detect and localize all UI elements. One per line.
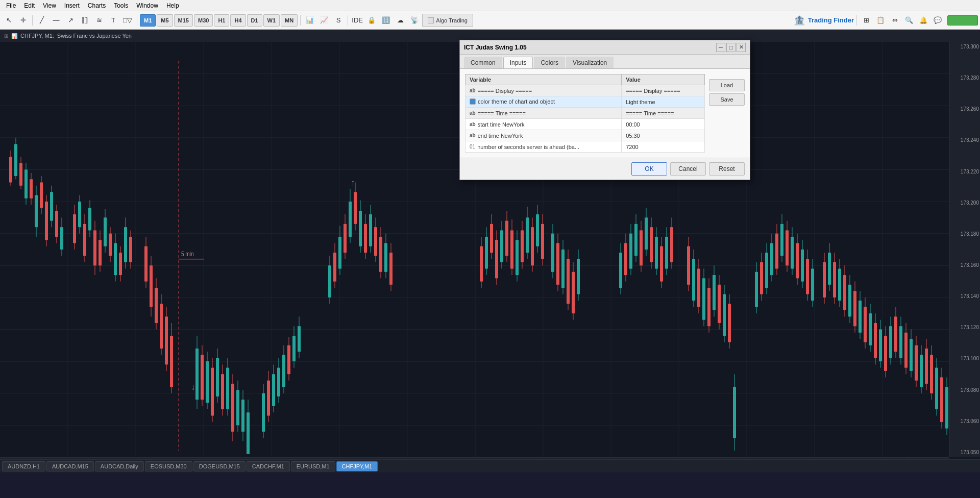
val-cell-3[interactable]: 00:00	[622, 119, 705, 130]
table-row[interactable]: ab end time NewYork 05:30	[465, 130, 705, 141]
val-cell-4[interactable]: 05:30	[622, 130, 705, 141]
tab-eosusd[interactable]: EOSUSD,M30	[145, 461, 192, 471]
tf-w1[interactable]: W1	[263, 14, 280, 27]
hline-tool[interactable]: —	[50, 14, 63, 27]
alert-btn[interactable]: 🔔	[917, 14, 930, 27]
ide-btn[interactable]: IDE	[351, 14, 364, 27]
var-cell-5: 01 number of seconds server is ahead (ba…	[465, 141, 622, 153]
price-label-9: 173.120	[951, 325, 979, 330]
chart-btn2[interactable]: 📋	[874, 14, 887, 27]
tab-cadchf[interactable]: CADCHF,M1	[247, 461, 290, 471]
grid-btn[interactable]: ⊞	[860, 14, 873, 27]
val-cell-1[interactable]: Light theme	[622, 96, 705, 108]
o1-icon: 01	[470, 144, 475, 150]
text-tool[interactable]: T	[107, 14, 120, 27]
val-cell-2: ===== Time =====	[622, 108, 705, 119]
val-cell-0: ===== Display =====	[622, 85, 705, 96]
algo-settings-btn[interactable]: S	[332, 14, 345, 27]
tf-m15[interactable]: M15	[174, 14, 193, 27]
svg-text:5 min: 5 min	[181, 250, 193, 257]
val-cell-5[interactable]: 7200	[622, 141, 705, 153]
save-button[interactable]: Save	[709, 93, 745, 106]
tf-mn[interactable]: MN	[281, 14, 298, 27]
price-label-10: 173.100	[951, 356, 979, 361]
ab-icon-2: ab	[470, 110, 476, 116]
price-label-3: 173.240	[951, 137, 979, 143]
tab-audcad-m15[interactable]: AUDCAD,M15	[46, 461, 94, 471]
var-cell-3: ab start time NewYork	[465, 119, 622, 130]
cursor-tool[interactable]: ↖	[2, 14, 15, 27]
chart-symbol: CHFJPY, M1:	[20, 33, 54, 39]
price-label-13: 173.050	[951, 450, 979, 455]
table-row[interactable]: color theme of chart and object Light th…	[465, 96, 705, 108]
table-area: Variable Value ab ===== Display =====	[465, 74, 705, 153]
shapes-tool[interactable]: □▽	[121, 14, 134, 27]
price-label-2: 173.260	[951, 106, 979, 112]
dialog-body: Variable Value ab ===== Display =====	[460, 69, 750, 158]
load-button[interactable]: Load	[709, 79, 745, 91]
dialog-tab-colors[interactable]: Colors	[534, 57, 565, 68]
trendline-tool[interactable]: ↗	[64, 14, 77, 27]
tf-m1[interactable]: M1	[140, 14, 156, 27]
fib-tool[interactable]: ≋	[92, 14, 106, 27]
modal-minimize-btn[interactable]: ─	[716, 43, 725, 52]
sep5	[856, 15, 857, 26]
reset-button[interactable]: Reset	[709, 162, 745, 176]
menu-window[interactable]: Window	[132, 1, 162, 10]
menu-charts[interactable]: Charts	[84, 1, 110, 10]
chat-btn[interactable]: 💬	[931, 14, 944, 27]
modal-dialog[interactable]: ICT Judas Swing 1.05 ─ □ ✕ Common Inputs…	[459, 40, 750, 180]
line-tool[interactable]: ╱	[35, 14, 48, 27]
ok-button[interactable]: OK	[631, 162, 667, 176]
indicators-btn[interactable]: 📈	[317, 14, 331, 27]
price-label-11: 173.080	[951, 387, 979, 393]
var-cell-4: ab end time NewYork	[465, 130, 622, 141]
tf-h1[interactable]: H1	[214, 14, 229, 27]
tab-audnzd[interactable]: AUDNZD,H1	[2, 461, 45, 471]
calc-btn[interactable]: 🔢	[379, 14, 393, 27]
menu-tools[interactable]: Tools	[110, 1, 132, 10]
chart-type-btn[interactable]: 📊	[303, 14, 316, 27]
algo-trading-btn[interactable]: Algo Trading	[422, 14, 473, 27]
dialog-footer: OK Cancel Reset	[460, 158, 750, 180]
menu-insert[interactable]: Insert	[60, 1, 84, 10]
cloud-btn[interactable]: ☁	[394, 14, 407, 27]
status-indicator	[947, 15, 978, 26]
tab-audcad-daily[interactable]: AUDCAD,Daily	[95, 461, 144, 471]
menu-view[interactable]: View	[39, 1, 60, 10]
lock-btn[interactable]: 🔒	[365, 14, 378, 27]
price-label-6: 173.180	[951, 231, 979, 237]
signal-btn[interactable]: 📡	[408, 14, 421, 27]
arrows-btn[interactable]: ⇔	[888, 14, 901, 27]
table-row[interactable]: ab start time NewYork 00:00	[465, 119, 705, 130]
modal-close-btn[interactable]: ✕	[737, 43, 746, 52]
menu-help[interactable]: Help	[162, 1, 183, 10]
cancel-button[interactable]: Cancel	[670, 162, 706, 176]
tf-m30[interactable]: M30	[194, 14, 213, 27]
dialog-tab-inputs[interactable]: Inputs	[503, 57, 533, 68]
table-row[interactable]: 01 number of seconds server is ahead (ba…	[465, 141, 705, 153]
tab-dogeusd[interactable]: DOGEUSD,M15	[193, 461, 246, 471]
tf-m5[interactable]: M5	[157, 14, 173, 27]
dialog-tab-visualization[interactable]: Visualization	[566, 57, 614, 68]
crosshair-tool[interactable]: ✛	[16, 14, 30, 27]
tf-d1[interactable]: D1	[247, 14, 262, 27]
channel-tool[interactable]: ⟦⟧	[78, 14, 91, 27]
menu-file[interactable]: File	[2, 1, 20, 10]
inputs-table: Variable Value ab ===== Display =====	[465, 74, 705, 153]
price-axis: 173.300 173.280 173.260 173.240 173.220 …	[949, 42, 980, 457]
var-cell-1: color theme of chart and object	[465, 96, 622, 108]
dialog-tab-common[interactable]: Common	[464, 57, 502, 68]
menu-edit[interactable]: Edit	[20, 1, 39, 10]
tf-h4[interactable]: H4	[230, 14, 246, 27]
search-btn[interactable]: 🔍	[902, 14, 916, 27]
tab-eurusd[interactable]: EURUSD,M1	[291, 461, 335, 471]
tab-chfjpy[interactable]: CHFJPY,M1	[336, 461, 378, 471]
sep4	[348, 15, 348, 26]
sep3	[300, 15, 301, 26]
modal-maximize-btn[interactable]: □	[726, 43, 736, 52]
col-value: Value	[622, 74, 705, 85]
table-row: ab ===== Time ===== ===== Time =====	[465, 108, 705, 119]
sep2	[137, 15, 137, 26]
price-label-4: 173.220	[951, 169, 979, 175]
